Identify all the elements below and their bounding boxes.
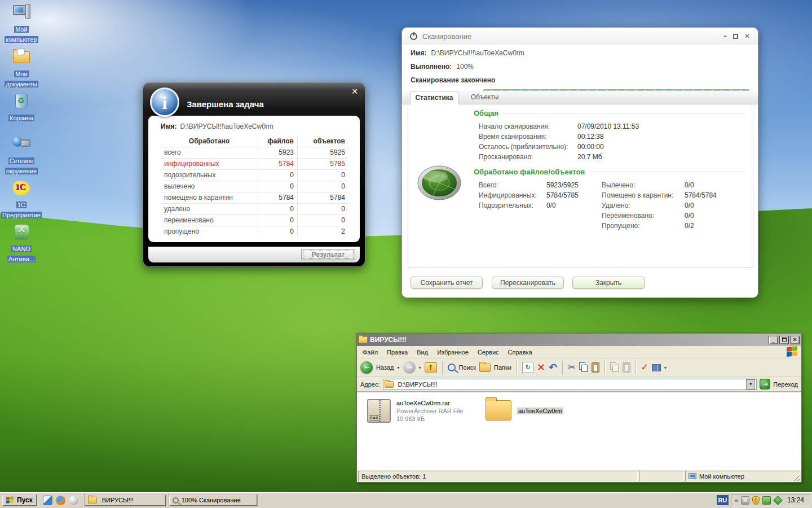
folders-icon[interactable] <box>479 364 491 372</box>
forward-button[interactable]: → <box>403 361 416 374</box>
maximize-button[interactable] <box>733 34 738 39</box>
result-button[interactable]: Результат <box>301 249 355 260</box>
tray-chevron[interactable]: « <box>735 497 738 503</box>
row-label: пропущено <box>161 226 258 237</box>
network-places-icon <box>12 134 31 154</box>
processed-stats-left: Всего:5923/5925 Инфицированных:5784/5785… <box>479 180 579 211</box>
resize-grip[interactable] <box>793 474 800 481</box>
back-label[interactable]: Назад <box>376 364 394 371</box>
menu-favorites[interactable]: Избранное <box>433 347 473 357</box>
close-button[interactable]: ✕ <box>790 336 800 344</box>
save-report-button[interactable]: Сохранить отчет <box>411 277 483 289</box>
scan-titlebar[interactable]: Сканирование – ✕ <box>402 28 758 45</box>
copy-to-icon[interactable] <box>623 362 630 373</box>
check-icon[interactable]: ✓ <box>641 361 648 374</box>
desktop-icon-label: Корзина <box>8 115 34 121</box>
undo-icon[interactable]: ↶ <box>549 361 557 374</box>
cut-icon[interactable]: ✂ <box>568 361 575 374</box>
tray-safely-remove-icon[interactable] <box>773 495 783 505</box>
nano-antivirus-icon: ✕ <box>12 222 31 242</box>
menu-tools[interactable]: Сервис <box>473 347 504 357</box>
folders-label[interactable]: Папки <box>494 364 511 371</box>
status-selected: Выделено объектов: 1 <box>358 471 638 481</box>
menu-file[interactable]: Файл <box>358 347 382 357</box>
tray-security-shield-icon[interactable]: ! <box>752 496 760 505</box>
section-processed: Обработано файлов/объектов <box>474 168 745 176</box>
firefox-icon[interactable] <box>56 496 65 505</box>
taskbar-button-scan[interactable]: 100% Сканирование <box>169 494 258 506</box>
up-button[interactable]: ↑ <box>425 362 437 373</box>
forward-dropdown-icon[interactable]: ▾ <box>419 365 421 370</box>
rar-file-icon: RAR <box>367 399 391 423</box>
explorer-titlebar[interactable]: ВИРУСЫ!!! _ ✕ <box>357 334 801 346</box>
taskbar: Пуск ВИРУСЫ!!! 100% Сканирование RU « ✕ … <box>0 492 812 508</box>
menu-view[interactable]: Вид <box>412 347 433 357</box>
close-button[interactable]: ✕ <box>744 32 750 40</box>
toolbar-separator <box>636 361 636 374</box>
file-tile-rar[interactable]: RAR auToeXeCw0rm.rar PowerArchiver RAR F… <box>367 399 464 423</box>
menu-edit[interactable]: Правка <box>382 347 412 357</box>
delete-icon[interactable]: ✕ <box>537 361 545 374</box>
views-dropdown-icon[interactable]: ▾ <box>664 365 667 370</box>
tab-objects[interactable]: Объекты <box>465 91 505 104</box>
file-name: auToeXeCw0rm.rar <box>396 399 464 407</box>
language-indicator[interactable]: RU <box>717 495 729 505</box>
menu-help[interactable]: Справка <box>504 347 537 357</box>
close-icon[interactable]: ✕ <box>351 87 358 96</box>
browser-globe-icon[interactable] <box>69 496 78 505</box>
radar-icon <box>416 164 465 203</box>
quick-launch <box>39 496 82 505</box>
copy-icon[interactable] <box>579 362 588 373</box>
dialog-title: Завершена задача <box>187 99 264 109</box>
taskbar-button-explorer[interactable]: ВИРУСЫ!!! <box>84 494 166 506</box>
recycle-bin-icon: ♻ <box>12 91 31 111</box>
move-to-icon[interactable] <box>610 362 619 373</box>
rescan-button[interactable]: Пересканировать <box>492 277 564 289</box>
search-label[interactable]: Поиск <box>459 364 476 371</box>
magnifier-icon <box>173 497 179 503</box>
file-tile-folder[interactable]: auToeXeCw0rm <box>486 400 563 421</box>
desktop-icon-recycle-bin[interactable]: ♻ Корзина <box>1 91 42 122</box>
row-label: удалено <box>161 203 258 214</box>
file-name: auToeXeCw0rm <box>517 408 563 414</box>
folder-icon <box>88 497 97 503</box>
folder-icon <box>486 400 511 421</box>
go-button[interactable]: → <box>760 379 770 389</box>
toolbar-separator <box>517 361 517 374</box>
start-button[interactable]: Пуск <box>2 494 37 506</box>
tray-device-icon[interactable] <box>762 496 771 505</box>
desktop-icon-1c[interactable]: 1С 1С Предприятие <box>1 178 42 220</box>
go-label[interactable]: Переход <box>773 381 798 388</box>
row-label: вылечено <box>161 181 258 192</box>
views-icon[interactable] <box>652 364 661 371</box>
dialog-body: Имя:D:\ВИРУСЫ!!!\auToeXeCw0rm Обработано… <box>148 116 360 242</box>
back-button[interactable]: ← <box>360 361 373 374</box>
desktop-icon-my-computer[interactable]: Мой компьютер <box>1 3 42 44</box>
desktop-icon-nano[interactable]: ✕ NANO Антиви... <box>1 222 42 264</box>
tray-nano-icon[interactable]: ✕ <box>741 496 749 505</box>
paste-icon[interactable] <box>592 362 599 373</box>
desktop-icon-my-documents[interactable]: Мои документы <box>1 47 42 89</box>
address-dropdown-button[interactable]: ▾ <box>746 379 755 389</box>
desktop-icon-network[interactable]: Сетевое окружение <box>1 134 42 176</box>
file-list[interactable]: RAR auToeXeCw0rm.rar PowerArchiver RAR F… <box>357 392 801 470</box>
search-icon[interactable] <box>448 364 456 371</box>
maximize-button[interactable] <box>779 336 789 344</box>
windows-flag-icon <box>6 496 15 505</box>
address-input[interactable]: D:\ВИРУСЫ!!! ▾ <box>383 379 757 390</box>
minimize-button[interactable]: – <box>723 32 727 40</box>
1c-enterprise-icon: 1С <box>12 178 31 198</box>
my-documents-icon <box>12 47 31 67</box>
minimize-button[interactable]: _ <box>769 336 778 344</box>
refresh-icon[interactable]: ↻ <box>522 362 533 373</box>
desktop-icon-label: Сетевое окружение <box>5 157 38 174</box>
file-size: 10 963 КБ <box>396 415 464 423</box>
tab-statistics[interactable]: Статистика <box>410 91 458 104</box>
power-icon <box>410 33 417 40</box>
show-desktop-icon[interactable] <box>43 496 52 505</box>
close-scan-button[interactable]: Закрыть <box>572 277 645 289</box>
back-dropdown-icon[interactable]: ▾ <box>398 365 400 370</box>
scan-status: Сканирование закончено <box>411 76 495 84</box>
address-value: D:\ВИРУСЫ!!! <box>398 381 438 388</box>
general-stats: Начало сканирования:07/09/2010 13:11:53 … <box>479 121 639 162</box>
